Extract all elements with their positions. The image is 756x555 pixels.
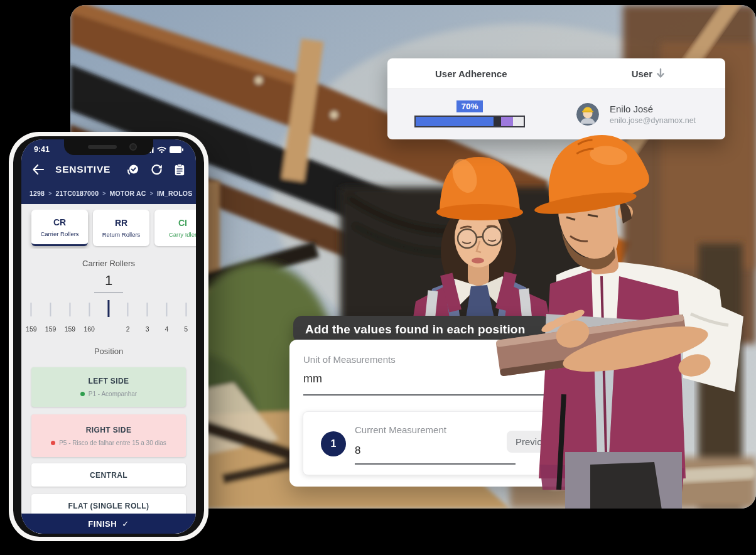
- tick-mark: [185, 303, 186, 316]
- picker-tick[interactable]: 5: [176, 300, 196, 333]
- picker-title: Carrier Rollers: [21, 259, 196, 268]
- app-title: SENSITIVE: [55, 164, 111, 175]
- tick-mark: [166, 303, 167, 316]
- picker-tick[interactable]: 4: [157, 300, 176, 333]
- instruction-tooltip-text: Add the values found in each position: [305, 323, 525, 337]
- tick-label: 159: [45, 325, 57, 333]
- adherence-row: 70% Enilo José enilo.jose@dynamox.net: [387, 89, 725, 139]
- current-measurement-label: Current Measurement: [355, 424, 446, 435]
- breadcrumb-item-current[interactable]: IM_ROLOS: [157, 190, 192, 197]
- clipboard-icon[interactable]: [175, 164, 185, 176]
- app-bar: SENSITIVE: [21, 157, 196, 182]
- breadcrumb-item[interactable]: 21TC0187000: [55, 190, 99, 197]
- adherence-title: User Adherence: [435, 68, 507, 79]
- user-name: Enilo José: [610, 104, 696, 114]
- position-status: P5 - Risco de falhar entre 15 a 30 dias: [51, 439, 166, 446]
- breadcrumb: 1298 > 21TC0187000 > MOTOR AC > IM_ROLOS: [21, 182, 196, 204]
- speaker-slot: [88, 145, 117, 149]
- user-sort-header[interactable]: User: [632, 68, 665, 79]
- picker-tick[interactable]: 159: [41, 300, 60, 333]
- tick-label: 2: [126, 325, 130, 333]
- tab-return-rollers[interactable]: RR Return Rollers: [93, 210, 149, 246]
- tick-label: 4: [165, 325, 168, 333]
- position-heading: Position: [21, 347, 196, 356]
- progress-segment: [513, 117, 524, 126]
- measurement-row-card: 1 Current Measurement 8 Previous: 8 mm: [303, 411, 563, 475]
- tab-carrier-rollers[interactable]: CR Carrier Rollers: [31, 210, 88, 246]
- picker-tick[interactable]: 160: [80, 300, 99, 333]
- tab-code: RR: [115, 218, 127, 228]
- tick-mark: [127, 303, 129, 316]
- tick-mark: [31, 303, 32, 316]
- chevron-right-icon: >: [150, 190, 153, 197]
- tab-code: CI: [178, 218, 187, 228]
- position-title: FLAT (SINGLE ROLL): [68, 502, 149, 510]
- user-identity: Enilo José enilo.jose@dynamox.net: [610, 104, 696, 125]
- sort-desc-icon: [656, 68, 665, 78]
- position-card-left-side[interactable]: LEFT SIDE P1 - Acompanhar: [31, 367, 186, 407]
- picker-tick[interactable]: 2: [118, 300, 138, 333]
- phone-mockup: 9:41: [9, 132, 208, 541]
- picker-selected-value: 1: [21, 272, 196, 289]
- adherence-progress: 70%: [414, 100, 525, 127]
- measurement-card: Unit of Measurements mm 1 Current Measur…: [289, 340, 571, 487]
- tick-label: 160: [84, 325, 95, 333]
- picker-tick[interactable]: 159: [60, 300, 80, 333]
- tab-label: Carrier Rollers: [40, 230, 78, 237]
- unit-label: Unit of Measurements: [303, 354, 396, 365]
- tick-label: 5: [184, 325, 188, 333]
- tick-mark: [89, 303, 90, 316]
- position-title: CENTRAL: [90, 471, 127, 480]
- avatar: [576, 103, 599, 126]
- picker-underline: [94, 292, 123, 293]
- front-camera: [129, 143, 137, 151]
- current-input-underline: [355, 463, 516, 465]
- tick-label: 3: [146, 325, 149, 333]
- adherence-progress-bar: [414, 116, 525, 127]
- status-time: 9:41: [34, 145, 50, 154]
- status-dot-green: [80, 392, 85, 396]
- breadcrumb-item[interactable]: MOTOR AC: [109, 190, 146, 197]
- wifi-icon: [157, 146, 166, 153]
- position-card-right-side[interactable]: RIGHT SIDE P5 - Risco de falhar entre 15…: [31, 414, 186, 457]
- marketing-composite: User Adherence User 70%: [0, 0, 756, 555]
- tab-carry-idler[interactable]: CI Carry Idler: [154, 210, 196, 246]
- tick-label: 159: [65, 325, 76, 333]
- unit-input-underline: [303, 394, 563, 396]
- roller-type-tabs: CR Carrier Rollers RR Return Rollers CI …: [21, 210, 196, 249]
- phone-screen: 9:41: [21, 139, 196, 534]
- tab-label: Return Rollers: [102, 231, 141, 238]
- current-measurement-input[interactable]: 8: [355, 445, 360, 457]
- picker-tick-selected[interactable]: [99, 300, 119, 333]
- picker-tick[interactable]: 159: [21, 300, 41, 333]
- tick-label: 159: [26, 325, 37, 333]
- progress-segment: [501, 117, 513, 126]
- user-adherence-card: User Adherence User 70%: [387, 58, 725, 139]
- number-picker-ruler[interactable]: 1591591591602345: [21, 300, 195, 333]
- check-icon: ✓: [122, 519, 129, 529]
- back-button[interactable]: [33, 164, 44, 175]
- finish-label: FINISH: [88, 519, 117, 529]
- unit-input[interactable]: mm: [303, 372, 322, 385]
- refresh-icon[interactable]: [151, 164, 162, 175]
- finish-button[interactable]: FINISH ✓: [21, 514, 196, 534]
- battery-icon: [170, 146, 183, 153]
- progress-segment: [494, 117, 501, 126]
- chevron-right-icon: >: [102, 190, 105, 197]
- position-card-central[interactable]: CENTRAL: [31, 463, 186, 487]
- progress-segment: [416, 117, 494, 126]
- row-number-badge: 1: [321, 431, 346, 456]
- tick-mark: [147, 303, 148, 316]
- chevron-right-icon: >: [48, 190, 51, 197]
- user-email: enilo.jose@dynamox.net: [610, 116, 696, 125]
- adherence-header: User Adherence User: [387, 58, 725, 89]
- breadcrumb-item[interactable]: 1298: [30, 190, 45, 197]
- phone-notch: [64, 139, 153, 155]
- position-title: RIGHT SIDE: [86, 426, 132, 434]
- sync-done-icon[interactable]: [127, 164, 139, 176]
- adherence-percent-badge: 70%: [456, 100, 482, 112]
- tick-mark: [50, 303, 51, 316]
- tab-code: CR: [53, 217, 66, 227]
- tab-label: Carry Idler: [169, 231, 196, 238]
- picker-tick[interactable]: 3: [138, 300, 157, 333]
